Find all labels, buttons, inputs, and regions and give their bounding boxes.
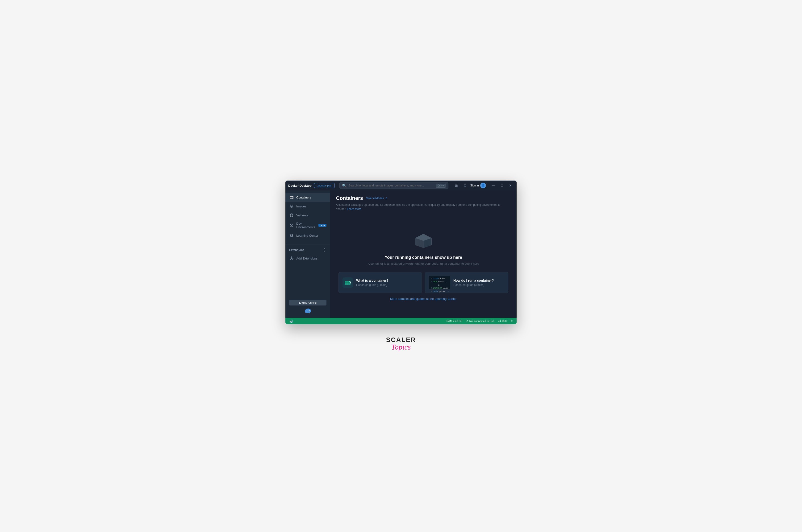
- ram-status: RAM 2.43 GB: [446, 320, 462, 322]
- sidebar-item-learning-center[interactable]: Learning Center: [286, 231, 330, 240]
- svg-point-4: [290, 205, 293, 207]
- title-bar: Docker Desktop Upgrade plan 🔍 Ctrl+K ⊞ ⚙…: [286, 180, 516, 190]
- title-bar-actions: ⊞ ⚙ Sign in 👤: [453, 182, 486, 189]
- brand-topics: Topics: [391, 343, 411, 352]
- status-bar: 🐋 RAM 2.43 GB ⊘ Not connected to Hub v4.…: [286, 318, 516, 324]
- code-line-num-1: 1: [431, 278, 433, 281]
- sidebar-item-images[interactable]: Images: [286, 202, 330, 211]
- extensions-icon[interactable]: ⊞: [453, 182, 460, 189]
- sidebar-item-containers[interactable]: Containers: [286, 193, 330, 202]
- code-kw-copy: COPY: [433, 290, 438, 293]
- code-text-mkdir: mkdir -p: [438, 281, 448, 287]
- version-label: v4.18.0: [498, 320, 507, 322]
- search-input[interactable]: [349, 184, 434, 187]
- branding-section: SCALER Topics: [386, 336, 416, 352]
- sidebar-item-volumes[interactable]: Volumes: [286, 211, 330, 220]
- status-right: RAM 2.43 GB ⊘ Not connected to Hub v4.18…: [446, 319, 513, 323]
- add-extensions-label: Add Extensions: [296, 257, 317, 260]
- window-controls: ─ □ ✕: [490, 182, 514, 189]
- empty-state-title: Your running containers show up here: [385, 255, 462, 260]
- volumes-icon: [289, 213, 294, 217]
- learning-center-icon: [289, 233, 294, 238]
- hub-label: Not connected to Hub: [469, 320, 494, 322]
- sidebar-bottom: Engine running: [286, 296, 330, 318]
- svg-point-11: [309, 310, 309, 311]
- guide-card-content-what-is: What is a container? Hands-on guide (3 m…: [356, 279, 418, 287]
- code-kw-workdir: WORKDIR: [433, 287, 442, 290]
- hub-status: ⊘ Not connected to Hub: [466, 320, 494, 323]
- guide-card-how-to-run[interactable]: 1 FROM node 2 RUN mkdir -p 3: [425, 272, 508, 293]
- signin-label: Sign in: [470, 184, 479, 187]
- guide-card-title-how-to-run: How do I run a container?: [453, 279, 504, 282]
- feedback-link[interactable]: Give feedback ↗: [366, 196, 387, 200]
- search-bar[interactable]: 🔍 Ctrl+K: [340, 182, 449, 189]
- ram-label: RAM 2.43 GB: [446, 320, 462, 322]
- external-link-icon: ↗: [385, 196, 387, 200]
- keyboard-shortcut: Ctrl+K: [436, 184, 446, 188]
- guide-card-code-snippet: 1 FROM node 2 RUN mkdir -p 3: [429, 276, 450, 289]
- extensions-header: Extensions ⋮: [286, 246, 330, 254]
- sidebar: Containers Images: [286, 190, 330, 318]
- code-text-app: /app: [443, 287, 448, 290]
- upgrade-button[interactable]: Upgrade plan: [314, 183, 335, 188]
- code-text-node: node: [440, 278, 445, 281]
- volumes-label: Volumes: [296, 213, 308, 217]
- code-text-copy: packa...: [439, 290, 449, 293]
- content-title-row: Containers Give feedback ↗: [336, 195, 511, 201]
- empty-state: Your running containers show up here A c…: [330, 214, 516, 318]
- content-area: Containers Give feedback ↗ A container p…: [330, 190, 516, 318]
- avatar: 👤: [480, 183, 486, 188]
- dev-environments-icon: [289, 223, 294, 228]
- settings-icon[interactable]: ⚙: [462, 182, 468, 189]
- signin-button[interactable]: Sign in 👤: [470, 183, 486, 188]
- engine-status-tooltip: Engine running: [289, 300, 326, 305]
- containers-label: Containers: [296, 196, 311, 199]
- nav-items: Containers Images: [286, 190, 330, 242]
- feedback-label: Give feedback: [366, 196, 384, 200]
- close-button[interactable]: ✕: [507, 182, 514, 189]
- maximize-button[interactable]: □: [499, 182, 505, 189]
- svg-rect-1: [290, 196, 293, 197]
- code-kw-from: FROM: [434, 278, 439, 281]
- learn-more-link[interactable]: Learn more: [347, 207, 361, 211]
- sidebar-item-add-extensions[interactable]: Add Extensions: [286, 254, 330, 263]
- guide-card-subtitle-how-to-run: Hands-on guide (3 mins): [453, 283, 504, 287]
- guide-card-subtitle-what-is: Hands-on guide (3 mins): [356, 283, 418, 287]
- learning-center-label: Learning Center: [296, 234, 318, 238]
- sidebar-item-dev-environments[interactable]: Dev Environments BETA: [286, 220, 330, 231]
- guide-card-what-is-container[interactable]: ? What is a container? Hands-on guide (3…: [339, 272, 422, 293]
- update-icon: ↻: [510, 319, 513, 323]
- main-layout: Containers Images: [286, 190, 516, 318]
- learning-center-link[interactable]: More samples and guides at the Learning …: [390, 297, 457, 301]
- content-description: A container packages up code and its dep…: [336, 203, 511, 211]
- svg-point-5: [290, 214, 293, 215]
- empty-state-subtitle: A container is an isolated environment f…: [368, 262, 479, 265]
- dev-environments-label: Dev Environments: [296, 222, 315, 229]
- guide-card-icon-container: ?: [343, 278, 353, 288]
- app-window: Docker Desktop Upgrade plan 🔍 Ctrl+K ⊞ ⚙…: [286, 180, 516, 324]
- code-line-num-2: 2: [431, 281, 433, 287]
- guide-cards: ? What is a container? Hands-on guide (3…: [339, 272, 508, 293]
- beta-badge: BETA: [318, 224, 326, 227]
- container-3d-icon: [413, 231, 434, 250]
- status-whale-icon: 🐋: [289, 319, 293, 323]
- no-hub-icon: ⊘: [466, 320, 469, 323]
- page-title: Containers: [336, 195, 363, 201]
- images-icon: [289, 204, 294, 209]
- search-icon: 🔍: [342, 183, 347, 188]
- images-label: Images: [296, 205, 306, 208]
- code-line-num-4: 4: [431, 290, 432, 293]
- guide-card-title-what-is: What is a container?: [356, 279, 418, 282]
- add-extensions-icon: [289, 256, 294, 261]
- code-kw-run: RUN: [434, 281, 437, 287]
- code-line-num-3: 3: [431, 287, 432, 290]
- extensions-label: Extensions: [289, 248, 304, 252]
- minimize-button[interactable]: ─: [490, 182, 497, 189]
- guide-card-content-how-to-run: How do I run a container? Hands-on guide…: [453, 279, 504, 287]
- extensions-menu-button[interactable]: ⋮: [323, 248, 326, 252]
- app-title: Docker Desktop: [288, 184, 312, 187]
- content-header: Containers Give feedback ↗ A container p…: [330, 190, 516, 214]
- whale-icon: [289, 307, 326, 314]
- containers-icon: [289, 195, 294, 200]
